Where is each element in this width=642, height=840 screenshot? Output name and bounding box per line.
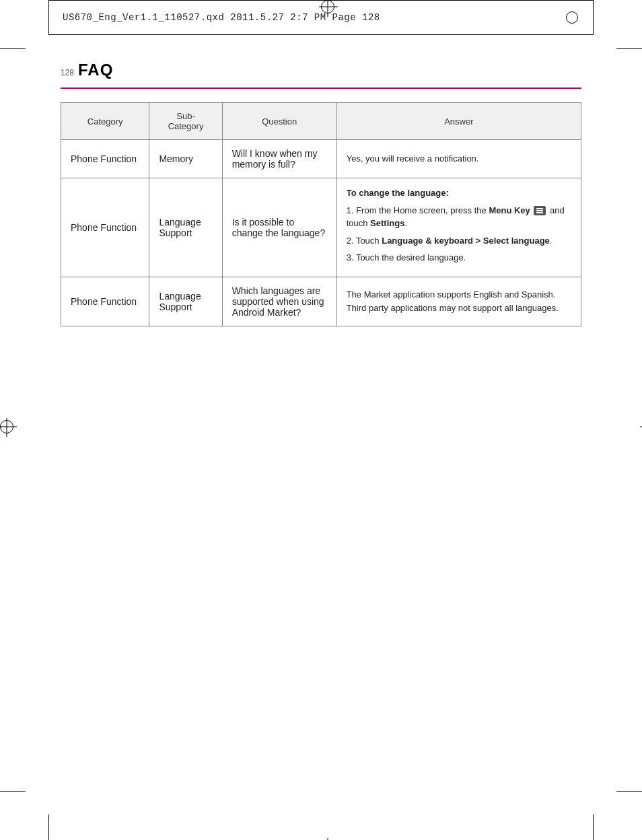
header-answer: Answer [336,103,581,140]
page-number: 128 [61,68,74,77]
row3-category: Phone Function [61,277,149,326]
answer-heading: To change the language: [347,186,571,200]
crop-mark-bl-h [0,791,26,792]
table-row: Phone Function Language Support Is it po… [61,178,581,277]
row2-answer: To change the language: 1. From the Home… [336,178,581,277]
page-content: 128 FAQ Category Sub-Category Question A… [61,61,581,779]
table-row: Phone Function Memory Will I know when m… [61,140,581,178]
header-question: Question [222,103,336,140]
header-category: Category [61,103,149,140]
answer-step-2: 2. Touch Language & keyboard > Select la… [347,234,571,248]
row1-subcategory: Memory [149,140,222,178]
table-header-row: Category Sub-Category Question Answer [61,103,581,140]
crop-mark-br-v [593,814,594,840]
answer-step-1: 1. From the Home screen, press the Menu … [347,204,571,230]
menu-key-icon [534,206,546,215]
header-circle [566,11,578,24]
answer-step-3: 3. Touch the desired language. [347,251,571,265]
row2-question: Is it possible to change the language? [222,178,336,277]
row2-category: Phone Function [61,178,149,277]
table-body: Phone Function Memory Will I know when m… [61,140,581,326]
row1-category: Phone Function [61,140,149,178]
row3-subcategory: Language Support [149,277,222,326]
table-row: Phone Function Language Support Which la… [61,277,581,326]
crop-mark-tr-h [616,48,642,49]
row1-answer: Yes, you will receive a notification. [336,140,581,178]
crop-mark-bl-v [48,814,49,840]
crop-mark-tl-h [0,48,26,49]
header-subcategory: Sub-Category [149,103,222,140]
row2-subcategory: Language Support [149,178,222,277]
header-bar: US670_Eng_Ver1.1_110527.qxd 2011.5.27 2:… [48,0,594,35]
crop-mark-br-h [616,791,642,792]
file-info-text: US670_Eng_Ver1.1_110527.qxd 2011.5.27 2:… [63,12,565,23]
page-title: FAQ [78,61,113,79]
faq-table: Category Sub-Category Question Answer Ph… [61,102,581,326]
row3-answer: The Market application supports English … [336,277,581,326]
row1-question: Will I know when my memory is full? [222,140,336,178]
title-underline [61,88,581,89]
row3-question: Which languages are supported when using… [222,277,336,326]
table-header: Category Sub-Category Question Answer [61,103,581,140]
page-title-row: 128 FAQ [61,61,581,82]
